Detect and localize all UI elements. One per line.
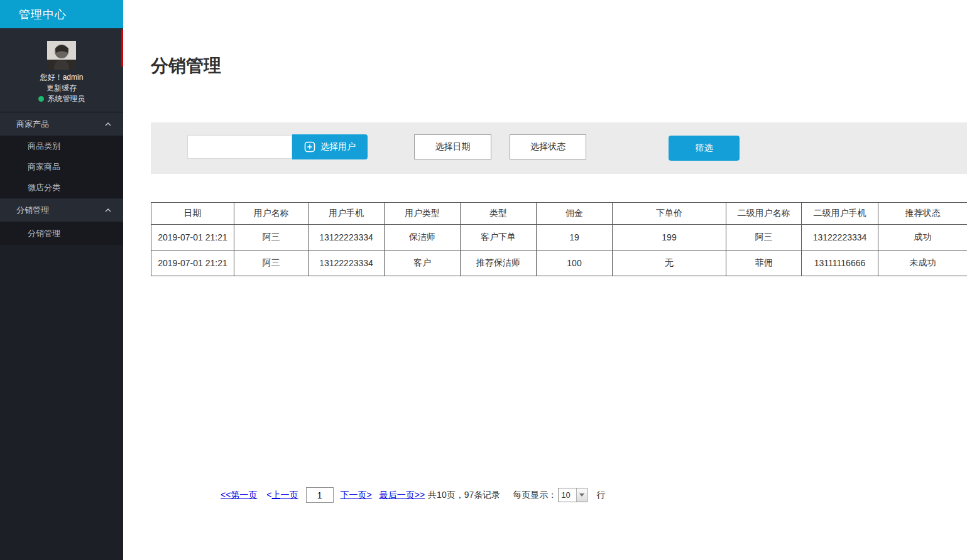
col-referral-status: 推荐状态 bbox=[878, 203, 967, 225]
cell-type: 客户下单 bbox=[461, 225, 537, 250]
select-date-button[interactable]: 选择日期 bbox=[414, 134, 491, 159]
page-number-input[interactable] bbox=[306, 487, 334, 503]
select-user-button[interactable]: 选择用户 bbox=[292, 134, 368, 159]
col-user-phone: 用户手机 bbox=[309, 203, 385, 225]
submenu-merchant-products: 商品类别 商家商品 微店分类 bbox=[0, 136, 123, 198]
cell-sub-user-name: 阿三 bbox=[726, 225, 802, 250]
distribution-table: 日期 用户名称 用户手机 用户类型 类型 佣金 下单价 二级用户名称 二级用户手… bbox=[151, 202, 967, 276]
page-title: 分销管理 bbox=[151, 54, 967, 78]
sidebar-header: 管理中心 bbox=[0, 0, 123, 28]
chevron-up-icon bbox=[104, 207, 112, 214]
menu-label: 分销管理 bbox=[16, 205, 49, 216]
cell-user-name: 阿三 bbox=[234, 250, 309, 276]
cell-user-phone: 13122223334 bbox=[309, 225, 385, 250]
select-user-label: 选择用户 bbox=[320, 141, 356, 153]
submenu-label: 商品类别 bbox=[28, 141, 60, 152]
select-status-button[interactable]: 选择状态 bbox=[510, 134, 586, 159]
sidebar-item-merchant-goods[interactable]: 商家商品 bbox=[0, 156, 123, 177]
filter-button[interactable]: 筛选 bbox=[669, 136, 740, 161]
per-page-select[interactable]: 10 bbox=[558, 488, 587, 502]
user-block: 您好！admin 更新缓存 系统管理员 bbox=[0, 28, 123, 112]
first-page-link[interactable]: <<第一页 bbox=[221, 490, 257, 501]
main-content: 分销管理 选择用户 选择日期 选择状态 筛选 bbox=[123, 0, 967, 560]
cell-date: 2019-07-01 21:21 bbox=[151, 225, 234, 250]
refresh-cache-link[interactable]: 更新缓存 bbox=[0, 83, 123, 94]
cell-date: 2019-07-01 21:21 bbox=[151, 250, 234, 276]
cell-user-type: 保洁师 bbox=[385, 225, 461, 250]
sidebar-item-merchant-products[interactable]: 商家产品 bbox=[0, 112, 123, 136]
filter-bar: 选择用户 选择日期 选择状态 筛选 bbox=[151, 122, 967, 174]
user-greeting: 您好！admin bbox=[0, 72, 123, 83]
pagination: <<第一页 <上一页 下一页> 最后一页>> 共10页，97条记录 每页显示： … bbox=[221, 487, 967, 503]
prev-arrow: < bbox=[266, 490, 271, 500]
menu-label: 商家产品 bbox=[16, 119, 49, 130]
cell-sub-user-phone: 13111116666 bbox=[802, 250, 878, 276]
table-row: 2019-07-01 21:21 阿三 13122223334 保洁师 客户下单… bbox=[151, 225, 967, 250]
submenu-label: 微店分类 bbox=[28, 182, 60, 193]
dropdown-arrow-icon[interactable] bbox=[576, 488, 587, 502]
cell-order-price: 199 bbox=[613, 225, 726, 250]
prev-page-label: 上一页 bbox=[272, 490, 298, 500]
sidebar-item-product-category[interactable]: 商品类别 bbox=[0, 136, 123, 156]
app-window: 管理中心 您好！admin 更新缓存 系统管理员 商家产 bbox=[0, 0, 967, 560]
col-sub-user-name: 二级用户名称 bbox=[726, 203, 802, 225]
per-page-label: 每页显示： bbox=[513, 490, 557, 501]
col-type: 类型 bbox=[461, 203, 537, 225]
submenu-distribution: 分销管理 bbox=[0, 222, 123, 245]
submenu-label: 商家商品 bbox=[28, 161, 60, 173]
plus-square-icon bbox=[304, 141, 315, 153]
table-header-row: 日期 用户名称 用户手机 用户类型 类型 佣金 下单价 二级用户名称 二级用户手… bbox=[151, 203, 967, 225]
rows-unit-label: 行 bbox=[596, 490, 605, 501]
user-role-row: 系统管理员 bbox=[0, 94, 123, 104]
last-page-link[interactable]: 最后一页>> bbox=[380, 490, 425, 501]
online-status-icon bbox=[38, 96, 44, 102]
cell-referral-status: 未成功 bbox=[878, 250, 967, 276]
next-page-link[interactable]: 下一页> bbox=[341, 490, 372, 501]
cell-user-phone: 13122223334 bbox=[309, 250, 385, 276]
cell-commission: 100 bbox=[537, 250, 613, 276]
table-row: 2019-07-01 21:21 阿三 13122223334 客户 推荐保洁师… bbox=[151, 250, 967, 276]
per-page-value: 10 bbox=[559, 488, 576, 502]
cell-type: 推荐保洁师 bbox=[461, 250, 537, 276]
col-sub-user-phone: 二级用户手机 bbox=[802, 203, 878, 225]
submenu-label: 分销管理 bbox=[28, 228, 60, 239]
cell-sub-user-phone: 13122223334 bbox=[802, 225, 878, 250]
cell-user-type: 客户 bbox=[385, 250, 461, 276]
prev-page-link[interactable]: <上一页 bbox=[266, 490, 298, 501]
pagination-summary: 共10页，97条记录 bbox=[428, 490, 500, 501]
user-avatar bbox=[47, 41, 76, 70]
col-date: 日期 bbox=[151, 203, 234, 225]
user-role: 系统管理员 bbox=[48, 94, 85, 104]
sidebar-item-distribution[interactable]: 分销管理 bbox=[0, 198, 123, 222]
col-commission: 佣金 bbox=[537, 203, 613, 225]
col-user-type: 用户类型 bbox=[385, 203, 461, 225]
app-title: 管理中心 bbox=[19, 7, 67, 22]
chevron-up-icon bbox=[104, 121, 112, 128]
cell-order-price: 无 bbox=[613, 250, 726, 276]
cell-sub-user-name: 菲佣 bbox=[726, 250, 802, 276]
cell-referral-status: 成功 bbox=[878, 225, 967, 250]
sidebar: 管理中心 您好！admin 更新缓存 系统管理员 商家产 bbox=[0, 0, 123, 560]
col-order-price: 下单价 bbox=[613, 203, 726, 225]
cell-user-name: 阿三 bbox=[234, 225, 309, 250]
col-user-name: 用户名称 bbox=[234, 203, 309, 225]
cell-commission: 19 bbox=[537, 225, 613, 250]
user-search-input[interactable] bbox=[187, 135, 292, 159]
sidebar-item-distribution-manage[interactable]: 分销管理 bbox=[0, 222, 123, 245]
sidebar-item-microshop-category[interactable]: 微店分类 bbox=[0, 177, 123, 198]
sidebar-nav: 商家产品 商品类别 商家商品 微店分类 分销管理 bbox=[0, 112, 123, 245]
